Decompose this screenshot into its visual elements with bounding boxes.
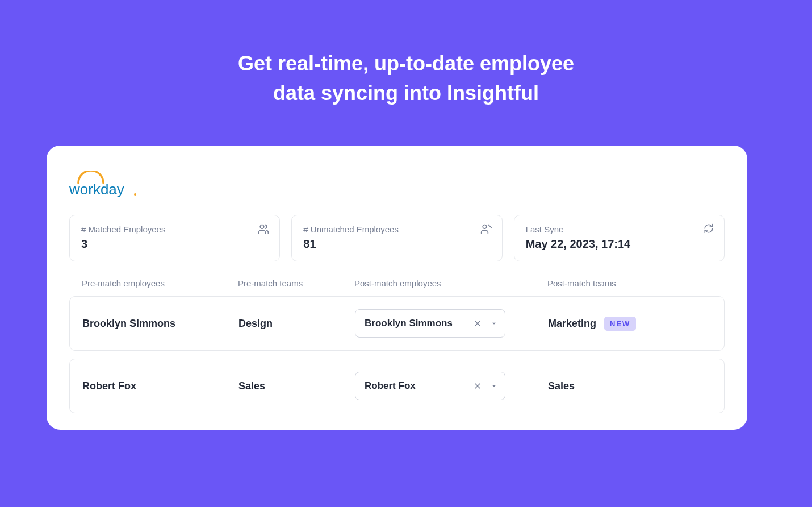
headline: Get real-time, up-to-date employee data …: [0, 0, 812, 108]
stat-matched: # Matched Employees 3: [69, 215, 280, 261]
table-row: Brooklyn Simmons Design Brooklyn Simmons…: [69, 296, 725, 351]
clear-icon[interactable]: [473, 381, 482, 390]
table-headers: Pre-match employees Pre-match teams Post…: [69, 279, 725, 296]
svg-line-3: [488, 225, 491, 228]
col-pre-team: Pre-match teams: [238, 279, 354, 288]
post-match-team: Sales: [548, 380, 575, 392]
table-row: Robert Fox Sales Robert Fox Sales: [69, 359, 725, 413]
stat-matched-label: # Matched Employees: [81, 225, 268, 234]
headline-line2: data syncing into Insightful: [0, 78, 812, 108]
col-post-emp: Post-match employees: [354, 279, 547, 288]
workday-logo: workday: [69, 171, 725, 199]
pre-match-team: Sales: [238, 380, 355, 392]
pre-match-employee: Robert Fox: [82, 380, 238, 392]
sync-icon[interactable]: [704, 223, 714, 236]
col-post-team: Post-match teams: [547, 279, 712, 288]
svg-point-0: [134, 193, 136, 196]
post-match-employee-select[interactable]: Robert Fox: [355, 372, 505, 400]
stat-matched-value: 3: [81, 238, 268, 251]
pre-match-employee: Brooklyn Simmons: [82, 318, 238, 330]
chevron-down-icon[interactable]: [490, 382, 498, 390]
stat-unmatched-label: # Unmatched Employees: [303, 225, 490, 234]
pre-match-team: Design: [238, 318, 355, 330]
stat-last-sync-label: Last Sync: [526, 225, 713, 234]
stat-unmatched-value: 81: [303, 238, 490, 251]
chevron-down-icon[interactable]: [490, 319, 498, 327]
stats-row: # Matched Employees 3 # Unmatched Employ…: [69, 215, 725, 261]
new-badge: NEW: [604, 317, 636, 331]
stat-unmatched: # Unmatched Employees 81: [291, 215, 502, 261]
integration-card: workday # Matched Employees 3 # Unmatche…: [47, 146, 747, 430]
svg-point-2: [483, 225, 487, 229]
svg-point-1: [260, 225, 264, 229]
col-pre-emp: Pre-match employees: [82, 279, 238, 288]
post-match-employee-select[interactable]: Brooklyn Simmons: [355, 309, 505, 338]
clear-icon[interactable]: [473, 319, 482, 328]
headline-line1: Get real-time, up-to-date employee: [0, 49, 812, 78]
people-icon: [258, 223, 269, 237]
post-match-team: Marketing: [548, 318, 596, 330]
stat-last-sync-value: May 22, 2023, 17:14: [526, 238, 713, 251]
stat-last-sync: Last Sync May 22, 2023, 17:14: [514, 215, 725, 261]
logo-text: workday: [69, 181, 124, 198]
post-match-employee-value: Brooklyn Simmons: [365, 318, 473, 329]
person-off-icon: [480, 223, 492, 237]
post-match-employee-value: Robert Fox: [365, 380, 473, 392]
